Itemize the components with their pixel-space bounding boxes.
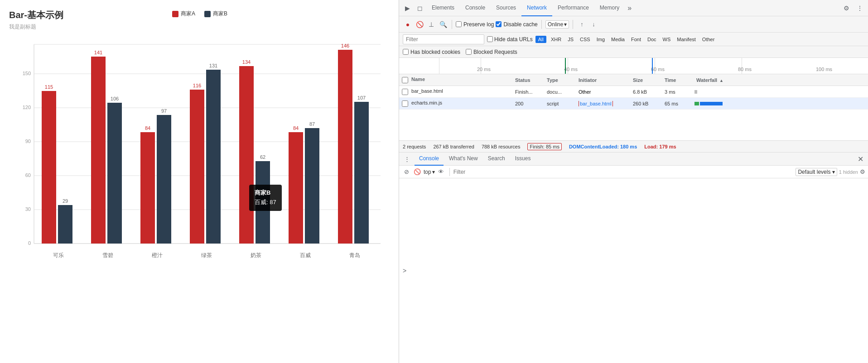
console-menu-icon[interactable]: ⋮ <box>402 154 412 164</box>
svg-text:106: 106 <box>111 96 119 101</box>
filter-all-button[interactable]: All <box>535 36 546 43</box>
th-time[interactable]: Time <box>662 77 694 83</box>
svg-text:奶茶: 奶茶 <box>251 252 261 258</box>
table-row[interactable]: bar_base.html Finish... docu... Other 6.… <box>399 86 868 98</box>
row-checkbox-2[interactable] <box>402 100 408 107</box>
console-context-select[interactable]: top ▾ <box>424 169 435 175</box>
svg-text:115: 115 <box>45 84 53 90</box>
console-stop-icon[interactable]: 🚫 <box>413 168 422 175</box>
tab-console[interactable]: Console <box>460 0 491 16</box>
sort-icon: ▲ <box>719 78 723 83</box>
green-ruler-line <box>565 58 566 74</box>
filter-manifest-button[interactable]: Manifest <box>675 36 698 43</box>
online-label: Online <box>548 21 564 28</box>
row-checkbox-1[interactable] <box>402 89 408 95</box>
status-load: Load: 179 ms <box>644 144 676 149</box>
status-transferred: 267 kB transferred <box>433 144 474 149</box>
console-close-button[interactable]: ✕ <box>856 155 865 163</box>
device-icon[interactable]: ◻ <box>414 0 426 16</box>
more-tabs-button[interactable]: » <box>625 4 634 12</box>
select-all-checkbox[interactable] <box>402 77 408 83</box>
search-button[interactable]: 🔍 <box>438 19 448 29</box>
table-row[interactable]: echarts.min.js 200 script bar_base.html … <box>399 98 868 110</box>
th-initiator[interactable]: Initiator <box>576 77 630 83</box>
filter-font-button[interactable]: Font <box>629 36 643 43</box>
has-blocked-cookies-label[interactable]: Has blocked cookies <box>403 49 460 55</box>
record-button[interactable]: ● <box>403 19 413 29</box>
th-size[interactable]: Size <box>630 77 662 83</box>
waterfall-bar-1 <box>694 90 697 94</box>
console-levels-select[interactable]: Default levels ▾ <box>796 168 837 176</box>
status-dom: DOMContentLoaded: 180 ms <box>569 144 637 149</box>
filter-media-button[interactable]: Media <box>609 36 627 43</box>
download-icon[interactable]: ↓ <box>588 19 598 29</box>
preserve-log-checkbox[interactable] <box>456 21 462 27</box>
svg-rect-22 <box>107 103 122 244</box>
tab-elements[interactable]: Elements <box>426 0 460 16</box>
filter-button[interactable]: ⊥ <box>426 19 436 29</box>
console-settings-icon[interactable]: ⚙ <box>860 168 865 175</box>
tab-memory[interactable]: Memory <box>594 0 625 16</box>
svg-text:绿茶: 绿茶 <box>201 252 212 258</box>
blocked-requests-label[interactable]: Blocked Requests <box>466 49 517 55</box>
blocked-requests-checkbox[interactable] <box>466 49 472 55</box>
td-initiator-2: bar_base.html <box>576 101 630 106</box>
th-name[interactable]: Name <box>399 76 512 83</box>
filter-doc-button[interactable]: Doc <box>646 36 658 43</box>
settings-icon[interactable]: ⚙ <box>840 2 853 14</box>
hide-data-urls-text: Hide data URLs <box>494 36 533 43</box>
filter-bar: Hide data URLs All XHR JS CSS Img Media … <box>399 33 868 46</box>
hide-data-urls-label[interactable]: Hide data URLs <box>487 36 533 43</box>
console-tab-bar: ⋮ Console What's New Search Issues ✕ <box>399 152 868 166</box>
th-waterfall[interactable]: Waterfall ▲ <box>694 77 868 83</box>
td-waterfall-2 <box>694 100 868 107</box>
upload-icon[interactable]: ↑ <box>577 19 587 29</box>
svg-rect-17 <box>58 205 72 244</box>
disable-cache-label[interactable]: Disable cache <box>496 21 537 28</box>
legend-label-a: 商家A <box>181 10 195 18</box>
filter-css-button[interactable]: CSS <box>578 36 592 43</box>
tab-sources[interactable]: Sources <box>491 0 521 16</box>
filter-ws-button[interactable]: WS <box>661 36 673 43</box>
console-clear-icon[interactable]: ⊘ <box>402 168 411 175</box>
online-select[interactable]: Online ▾ <box>545 20 569 29</box>
th-type[interactable]: Type <box>544 77 576 83</box>
td-name-text-1: bar_base.html <box>411 88 443 94</box>
tab-performance[interactable]: Performance <box>552 0 594 16</box>
console-tab-console[interactable]: Console <box>415 152 444 166</box>
svg-rect-47 <box>354 102 369 244</box>
ruler-label-100ms: 100 ms <box>816 67 832 72</box>
console-hidden-count: 1 hidden <box>839 169 858 175</box>
console-tab-whats-new[interactable]: What's New <box>444 152 482 166</box>
svg-text:60: 60 <box>25 172 31 178</box>
filter-other-button[interactable]: Other <box>700 36 717 43</box>
console-chevron-icon[interactable]: > <box>403 267 406 274</box>
console-bar: ⊘ 🚫 top ▾ 👁 Default levels ▾ 1 hidden ⚙ <box>399 166 868 178</box>
ruler-label-80ms: 80 ms <box>738 67 752 72</box>
filter-input[interactable] <box>406 36 474 43</box>
filter-js-button[interactable]: JS <box>566 36 575 43</box>
stop-button[interactable]: 🚫 <box>415 19 424 29</box>
has-blocked-cookies-checkbox[interactable] <box>403 49 409 55</box>
console-eye-icon[interactable]: 👁 <box>437 168 446 175</box>
filter-img-button[interactable]: Img <box>595 36 607 43</box>
filter-xhr-button[interactable]: XHR <box>549 36 563 43</box>
svg-text:0: 0 <box>28 240 31 246</box>
console-filter-input[interactable] <box>453 169 794 175</box>
cursor-icon[interactable]: ▶ <box>401 0 414 16</box>
td-time-2: 65 ms <box>662 101 694 106</box>
more-options-icon[interactable]: ⋮ <box>854 2 866 14</box>
preserve-log-label[interactable]: Preserve log <box>456 21 494 28</box>
console-tab-search[interactable]: Search <box>483 152 510 166</box>
svg-text:29: 29 <box>63 198 68 204</box>
td-waterfall-1 <box>694 89 868 95</box>
svg-text:青岛: 青岛 <box>349 252 360 258</box>
tab-network[interactable]: Network <box>521 0 552 16</box>
th-status[interactable]: Status <box>512 77 544 83</box>
hide-data-urls-checkbox[interactable] <box>487 36 493 42</box>
console-tab-issues[interactable]: Issues <box>511 152 535 166</box>
td-initiator-link-2[interactable]: bar_base.html <box>579 101 613 106</box>
toolbar-divider <box>452 20 452 29</box>
waterfall-blue-2 <box>700 102 723 105</box>
disable-cache-checkbox[interactable] <box>496 21 502 27</box>
